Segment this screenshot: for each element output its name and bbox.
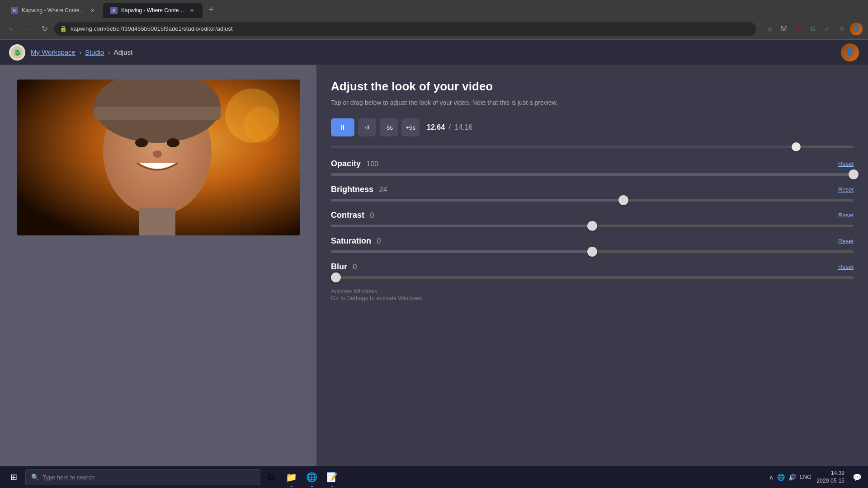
blur-section: Blur 0 Reset <box>331 262 854 279</box>
navigation-bar: ← → ↻ 🔒 kapwing.com/5ebe7f39d455b50015f9… <box>0 18 868 40</box>
language-label[interactable]: ENG <box>800 474 811 480</box>
saturation-thumb[interactable] <box>587 247 597 257</box>
contrast-header: Contrast 0 Reset <box>331 211 854 220</box>
browser-tab-1[interactable]: K Kapwing - Where Content Crea... ✕ <box>4 3 103 18</box>
windows-logo-icon: ⊞ <box>10 472 17 482</box>
saturation-value: 0 <box>377 237 381 245</box>
panel-title: Adjust the look of your video <box>331 80 854 94</box>
file-explorer-icon: 📁 <box>286 472 297 483</box>
panel-subtitle: Tap or drag below to adjust the look of … <box>331 98 854 108</box>
time-display: 12.64 / 14.16 <box>427 123 472 131</box>
search-icon: 🔍 <box>31 474 39 481</box>
play-pause-button[interactable]: ⏸ <box>331 118 354 136</box>
nav-icons: ☆ M K G ✓ ≡ 👤 <box>763 23 863 35</box>
blur-label: Blur <box>331 262 347 271</box>
chrome-icon: 🌐 <box>306 472 317 483</box>
extension-icon-4[interactable]: ✓ <box>821 23 834 35</box>
blur-label-group: Blur 0 <box>331 262 357 272</box>
saturation-slider[interactable] <box>331 250 854 253</box>
saturation-section: Saturation 0 Reset <box>331 236 854 253</box>
opacity-label: Opacity <box>331 159 361 168</box>
clock-time: 14:39 <box>817 469 844 477</box>
back-button[interactable]: ← <box>5 23 18 35</box>
opacity-thumb[interactable] <box>849 169 859 179</box>
svg-rect-5 <box>94 107 221 120</box>
reload-button[interactable]: ↻ <box>38 23 51 35</box>
contrast-reset-button[interactable]: Reset <box>838 212 854 219</box>
blur-slider[interactable] <box>331 276 854 279</box>
volume-icon[interactable]: 🔊 <box>788 474 796 481</box>
brightness-thumb[interactable] <box>618 195 628 205</box>
forward-button[interactable]: → <box>22 23 34 35</box>
contrast-fill <box>331 225 592 227</box>
replay-button[interactable]: ↺ <box>358 118 376 136</box>
taskbar-search[interactable]: 🔍 Type here to search <box>25 469 260 485</box>
lock-icon: 🔒 <box>60 25 67 32</box>
forward5-label: +5s <box>406 124 415 131</box>
opacity-reset-button[interactable]: Reset <box>838 160 854 167</box>
activate-windows-notice: Activate Windows Go to Settings to activ… <box>331 288 854 301</box>
progress-thumb[interactable] <box>792 142 801 151</box>
network-icon[interactable]: 🌐 <box>777 474 785 481</box>
opacity-label-group: Opacity 100 <box>331 159 378 169</box>
forward-5s-button[interactable]: +5s <box>401 118 420 136</box>
back5-label: -5s <box>385 124 393 131</box>
taskbar: ⊞ 🔍 Type here to search ⧉ 📁 🌐 📝 ∧ 🌐 <box>0 466 868 488</box>
main-content: Adjust the look of your video Tap or dra… <box>0 65 868 466</box>
blur-reset-button[interactable]: Reset <box>838 263 854 270</box>
svg-point-8 <box>153 150 162 158</box>
clock[interactable]: 14:39 2020-05-15 <box>817 469 844 485</box>
blur-thumb[interactable] <box>331 272 341 282</box>
new-tab-button[interactable]: + <box>204 3 218 16</box>
opacity-header: Opacity 100 Reset <box>331 159 854 169</box>
tab-close-1[interactable]: ✕ <box>89 7 96 14</box>
contrast-thumb[interactable] <box>587 221 597 231</box>
opacity-slider[interactable] <box>331 173 854 176</box>
extension-icon-5[interactable]: ≡ <box>835 23 848 35</box>
pause-icon: ⏸ <box>339 123 346 131</box>
svg-point-7 <box>167 138 179 147</box>
brightness-header: Brightness 24 Reset <box>331 185 854 194</box>
brightness-label-group: Brightness 24 <box>331 185 387 194</box>
saturation-label: Saturation <box>331 236 371 245</box>
clock-date: 2020-05-15 <box>817 477 844 485</box>
task-view-button[interactable]: ⧉ <box>262 467 280 487</box>
progress-track[interactable] <box>331 145 854 148</box>
up-arrow-icon[interactable]: ∧ <box>769 474 774 481</box>
contrast-slider[interactable] <box>331 225 854 227</box>
extension-icon-2[interactable]: K <box>792 23 805 35</box>
tab-favicon-2: K <box>110 7 118 14</box>
profile-avatar[interactable]: 👤 <box>850 23 863 35</box>
workspace-link[interactable]: My Workspace <box>31 48 75 56</box>
extension-icon-1[interactable]: M <box>778 23 790 35</box>
saturation-fill <box>331 250 592 253</box>
user-avatar[interactable]: 👤 <box>841 43 859 61</box>
saturation-reset-button[interactable]: Reset <box>838 238 854 244</box>
tab-title-1: Kapwing - Where Content Crea... <box>22 7 85 14</box>
contrast-label-group: Contrast 0 <box>331 211 374 220</box>
notification-button[interactable]: 💬 <box>850 470 864 484</box>
brightness-reset-button[interactable]: Reset <box>838 186 854 193</box>
address-bar[interactable]: 🔒 kapwing.com/5ebe7f39d455b50015f9ade1/s… <box>54 22 756 36</box>
brightness-slider[interactable] <box>331 199 854 202</box>
brightness-section: Brightness 24 Reset <box>331 185 854 202</box>
taskbar-app-explorer[interactable]: 📁 <box>282 467 301 487</box>
opacity-section: Opacity 100 Reset <box>331 159 854 176</box>
back-5s-button[interactable]: -5s <box>380 118 398 136</box>
taskbar-app-chrome[interactable]: 🌐 <box>302 467 321 487</box>
tab-close-2[interactable]: ✕ <box>188 7 195 14</box>
browser-tab-2[interactable]: K Kapwing - Where Content Crea... ✕ <box>103 3 203 18</box>
studio-link[interactable]: Studio <box>85 48 104 56</box>
opacity-value: 100 <box>366 160 378 168</box>
start-button[interactable]: ⊞ <box>4 467 24 487</box>
bookmark-icon[interactable]: ☆ <box>763 23 776 35</box>
brightness-label: Brightness <box>331 185 373 194</box>
word-icon: 📝 <box>326 472 338 483</box>
taskbar-app-word[interactable]: 📝 <box>323 467 341 487</box>
search-placeholder: Type here to search <box>42 474 94 481</box>
activate-windows-line1: Activate Windows <box>331 288 854 295</box>
url-text: kapwing.com/5ebe7f39d455b50015f9ade1/stu… <box>71 25 750 32</box>
svg-rect-9 <box>139 208 175 235</box>
breadcrumb-separator-1: › <box>79 48 81 56</box>
extension-icon-3[interactable]: G <box>807 23 819 35</box>
